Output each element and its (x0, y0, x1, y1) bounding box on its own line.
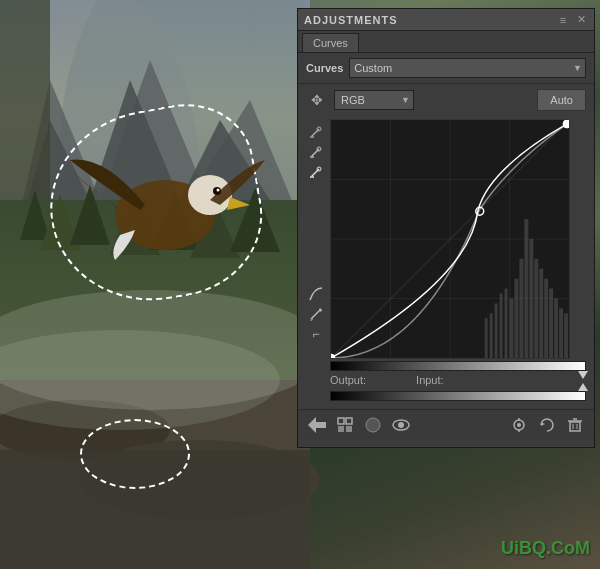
preset-label: Curves (306, 62, 343, 74)
svg-rect-67 (338, 426, 344, 432)
bottom-selection (80, 419, 190, 489)
eagle-svg (55, 105, 275, 305)
target-icon[interactable]: ✥ (306, 89, 328, 111)
svg-point-69 (366, 418, 380, 432)
svg-rect-59 (500, 294, 503, 358)
toolbar-right (508, 414, 586, 436)
toolbar-refresh-icon[interactable] (536, 414, 558, 436)
preset-row: Curves Custom Default Strong Contrast Me… (298, 53, 594, 84)
panel-titlebar: ADJUSTMENTS ≡ ✕ (298, 9, 594, 31)
toolbar-grid-icon[interactable] (334, 414, 356, 436)
svg-point-71 (398, 422, 404, 428)
input-handle-right[interactable] (578, 383, 588, 391)
curves-canvas[interactable] (330, 119, 570, 359)
panel-close-icon[interactable]: ✕ (574, 13, 588, 27)
preset-select[interactable]: Custom Default Strong Contrast Medium Co… (349, 58, 586, 78)
bottom-toolbar (298, 409, 594, 440)
adjustments-panel: ADJUSTMENTS ≡ ✕ Curves Curves Custom Def… (297, 8, 595, 448)
curves-canvas-area[interactable]: Output: Input: (330, 119, 586, 401)
svg-rect-66 (346, 418, 352, 424)
curves-svg[interactable] (331, 120, 569, 358)
svg-rect-51 (544, 279, 548, 358)
eyedropper-highlight-tool[interactable] (307, 163, 325, 181)
svg-rect-44 (510, 299, 514, 359)
output-input-row: Output: Input: (330, 371, 586, 389)
svg-rect-49 (534, 259, 538, 358)
svg-line-34 (311, 310, 320, 319)
svg-marker-76 (541, 422, 545, 426)
svg-rect-68 (346, 426, 352, 432)
channel-row: ✥ RGB Red Green Blue ▼ Auto (298, 84, 594, 115)
input-gradient-bar (330, 391, 586, 401)
output-label: Output: (330, 374, 366, 386)
toolbar-left (306, 414, 412, 436)
svg-rect-53 (554, 299, 558, 359)
svg-marker-22 (227, 197, 250, 210)
toolbar-circle-icon[interactable] (362, 414, 384, 436)
svg-rect-27 (310, 136, 314, 138)
svg-rect-58 (495, 303, 498, 358)
svg-rect-33 (310, 176, 314, 178)
svg-marker-64 (308, 417, 326, 433)
svg-rect-45 (514, 279, 518, 358)
svg-rect-77 (570, 422, 580, 431)
toolbar-delete-icon[interactable] (564, 414, 586, 436)
eyedropper-shadow-tool[interactable] (307, 123, 325, 141)
toolbar-target-icon[interactable] (508, 414, 530, 436)
svg-point-24 (217, 189, 220, 192)
svg-rect-55 (564, 313, 568, 358)
gradient-section (330, 361, 586, 371)
input-gradient-section (330, 391, 586, 401)
eyedropper-mid-tool[interactable] (307, 143, 325, 161)
auto-button[interactable]: Auto (537, 89, 586, 111)
svg-rect-48 (529, 239, 533, 358)
tab-curves[interactable]: Curves (302, 33, 359, 52)
svg-point-63 (563, 120, 569, 128)
curves-main: ⌐ (298, 115, 594, 405)
svg-rect-52 (549, 289, 553, 358)
pencil-tool[interactable] (307, 305, 325, 323)
output-gradient-bar (330, 361, 586, 371)
svg-rect-50 (539, 269, 543, 358)
panel-title: ADJUSTMENTS (304, 14, 398, 26)
channel-select-wrapper: RGB Red Green Blue ▼ (334, 90, 414, 110)
channel-select[interactable]: RGB Red Green Blue (334, 90, 414, 110)
panel-controls: ≡ ✕ (556, 13, 588, 27)
bottom-watermark: UiBQ.CoM (501, 538, 590, 559)
panel-menu-icon[interactable]: ≡ (556, 13, 570, 27)
svg-rect-60 (505, 289, 508, 358)
tools-column: ⌐ (306, 119, 326, 401)
svg-rect-47 (524, 219, 528, 358)
curve-smooth-tool[interactable] (307, 285, 325, 303)
svg-rect-30 (310, 156, 314, 158)
input-label: Input: (416, 374, 444, 386)
svg-rect-54 (559, 308, 563, 358)
toolbar-eye-icon[interactable] (390, 414, 412, 436)
corner-tool[interactable]: ⌐ (307, 325, 325, 343)
svg-rect-65 (338, 418, 344, 424)
tab-bar: Curves (298, 31, 594, 53)
svg-rect-56 (485, 318, 488, 358)
svg-rect-57 (490, 313, 493, 358)
svg-rect-46 (519, 259, 523, 358)
gradient-handle-right[interactable] (578, 371, 588, 379)
preset-select-wrapper: Custom Default Strong Contrast Medium Co… (349, 58, 586, 78)
toolbar-back-icon[interactable] (306, 414, 328, 436)
svg-point-73 (517, 423, 521, 427)
